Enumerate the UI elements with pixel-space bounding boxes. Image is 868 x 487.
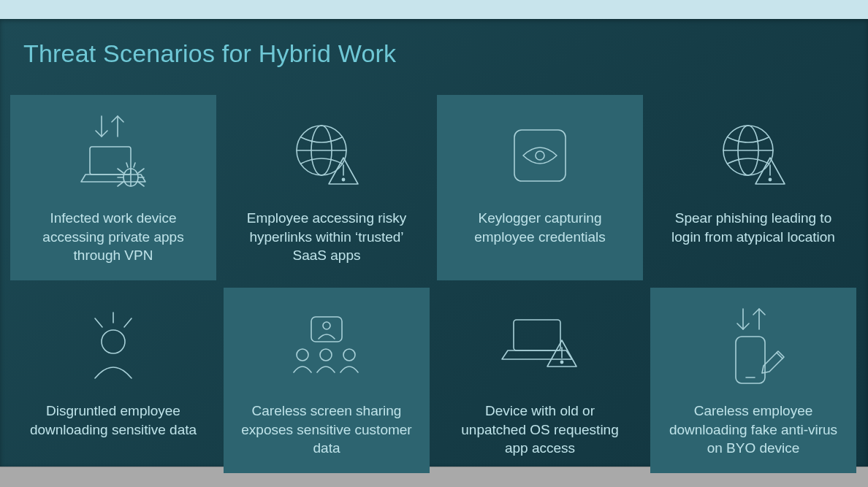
card-caption: Careless screen sharing exposes sensitiv… bbox=[237, 402, 416, 458]
svg-line-9 bbox=[118, 182, 123, 186]
card-fake-antivirus: Careless employee downloading fake anti-… bbox=[650, 288, 856, 473]
svg-line-44 bbox=[777, 353, 783, 358]
globe-alert-icon bbox=[663, 108, 843, 203]
laptop-alert-icon bbox=[450, 301, 630, 396]
svg-line-12 bbox=[134, 163, 135, 167]
svg-point-33 bbox=[297, 349, 308, 361]
card-caption: Careless employee downloading fake anti-… bbox=[663, 402, 843, 458]
card-caption: Infected work device accessing private a… bbox=[23, 209, 203, 265]
svg-point-20 bbox=[536, 151, 544, 160]
card-caption: Spear phishing leading to login from aty… bbox=[663, 209, 843, 246]
svg-line-6 bbox=[138, 169, 144, 173]
svg-point-32 bbox=[323, 322, 330, 329]
eye-box-icon bbox=[450, 108, 630, 203]
svg-point-18 bbox=[342, 178, 344, 180]
svg-rect-19 bbox=[514, 130, 566, 181]
svg-line-29 bbox=[95, 318, 102, 327]
globe-alert-icon bbox=[237, 108, 416, 203]
svg-rect-36 bbox=[514, 320, 560, 350]
svg-line-5 bbox=[118, 169, 123, 173]
slide: Threat Scenarios for Hybrid Work bbox=[0, 19, 868, 467]
svg-point-34 bbox=[320, 349, 332, 361]
svg-point-26 bbox=[769, 178, 771, 180]
svg-line-10 bbox=[138, 182, 144, 186]
app-top-bar bbox=[0, 0, 868, 19]
angry-user-icon bbox=[23, 301, 203, 396]
phone-download-icon bbox=[663, 301, 843, 396]
svg-line-30 bbox=[124, 318, 132, 327]
svg-point-39 bbox=[560, 361, 563, 363]
svg-rect-2 bbox=[90, 147, 131, 175]
svg-point-27 bbox=[102, 330, 125, 353]
card-caption: Employee accessing risky hyperlinks with… bbox=[237, 209, 416, 265]
svg-rect-42 bbox=[736, 337, 765, 383]
card-caption: Disgruntled employee downloading sensiti… bbox=[23, 402, 203, 439]
svg-line-11 bbox=[126, 163, 128, 167]
laptop-bug-icon bbox=[23, 108, 203, 203]
card-unpatched-os: Device with old or unpatched OS requesti… bbox=[437, 288, 643, 473]
cards-grid: Infected work device accessing private a… bbox=[10, 95, 858, 473]
card-infected-device: Infected work device accessing private a… bbox=[10, 95, 216, 280]
slide-title: Threat Scenarios for Hybrid Work bbox=[23, 39, 396, 68]
card-caption: Device with old or unpatched OS requesti… bbox=[450, 402, 630, 458]
card-spear-phishing: Spear phishing leading to login from aty… bbox=[650, 95, 856, 280]
card-keylogger: Keylogger capturing employee credentials bbox=[437, 95, 643, 280]
card-risky-hyperlinks: Employee accessing risky hyperlinks with… bbox=[224, 95, 430, 280]
card-disgruntled-employee: Disgruntled employee downloading sensiti… bbox=[10, 288, 216, 473]
card-caption: Keylogger capturing employee credentials bbox=[450, 209, 630, 246]
screen-share-icon bbox=[237, 301, 416, 396]
svg-point-35 bbox=[343, 349, 355, 361]
card-screen-sharing: Careless screen sharing exposes sensitiv… bbox=[224, 288, 430, 473]
